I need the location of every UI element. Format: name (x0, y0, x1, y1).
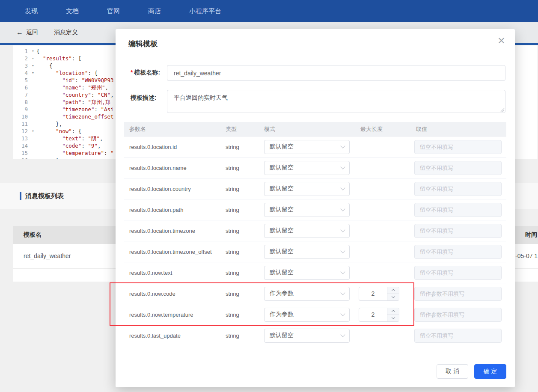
mode-select-value: 默认留空 (270, 227, 294, 235)
required-asterisk: * (131, 69, 133, 76)
close-icon[interactable]: × (497, 36, 505, 45)
param-type-cell: string (220, 312, 259, 318)
fold-spacer (30, 77, 36, 84)
nav-item[interactable]: 官网 (107, 7, 120, 15)
param-type-cell: string (220, 228, 259, 234)
value-input[interactable] (414, 308, 502, 322)
param-type-cell: string (220, 186, 259, 192)
value-input[interactable] (414, 245, 502, 259)
param-mode-cell: 默认留空 (259, 203, 355, 217)
decrement-button[interactable] (387, 294, 399, 300)
fold-icon[interactable]: ▾ (30, 48, 36, 55)
param-value-cell (411, 287, 506, 301)
mode-select-value: 默认留空 (270, 206, 294, 214)
line-number: 16 (13, 157, 30, 159)
param-name-cell: results.0.now.temperature (124, 312, 220, 318)
value-input[interactable] (414, 329, 502, 343)
param-mode-cell: 作为参数 (259, 308, 355, 322)
value-input[interactable] (414, 203, 502, 217)
param-type-cell: string (220, 165, 259, 171)
param-type-cell: string (220, 207, 259, 213)
chevron-down-icon (340, 143, 345, 148)
mode-select-value: 作为参数 (270, 311, 294, 318)
param-table-header: 参数名 类型 模式 最大长度 取值 (124, 122, 506, 137)
template-desc-textarea[interactable]: 平台返回的实时天气 (167, 90, 505, 113)
maxlen-stepper[interactable]: 2 (359, 287, 399, 301)
mode-select[interactable]: 默认留空 (264, 266, 350, 280)
mode-select[interactable]: 默认留空 (264, 182, 350, 196)
line-number: 15 (13, 149, 30, 157)
nav-item[interactable]: 发现 (25, 7, 38, 15)
fold-icon[interactable]: ▾ (30, 128, 36, 135)
param-maxlen-cell: 2 (355, 308, 411, 322)
param-mode-cell: 默认留空 (259, 161, 355, 175)
col-header-value: 取值 (411, 125, 506, 133)
nav-item[interactable]: 商店 (148, 7, 161, 15)
mode-select[interactable]: 默认留空 (264, 140, 350, 154)
fold-spacer (30, 106, 36, 113)
param-name-cell: results.0.location.country (124, 186, 220, 192)
mode-select[interactable]: 作为参数 (264, 308, 350, 322)
value-input[interactable] (414, 287, 502, 301)
template-name-cell: ret_daily_weather (24, 252, 71, 259)
chevron-down-icon (340, 332, 345, 337)
cancel-button[interactable]: 取 消 (437, 364, 468, 379)
col-header-type: 类型 (220, 125, 259, 133)
decrement-button[interactable] (387, 315, 399, 321)
mode-select[interactable]: 默认留空 (264, 203, 350, 217)
nav-item[interactable]: 小程序平台 (189, 7, 221, 15)
mode-select[interactable]: 作为参数 (264, 287, 350, 301)
param-type-cell: string (220, 291, 259, 297)
increment-button[interactable] (387, 308, 399, 315)
template-desc-label: 模板描述: (131, 94, 157, 102)
back-button[interactable]: ← 返回 (16, 29, 38, 36)
value-input[interactable] (414, 140, 502, 154)
line-number: 13 (13, 135, 30, 142)
mode-select[interactable]: 默认留空 (264, 245, 350, 259)
param-row: results.0.location.pathstring默认留空 (124, 199, 506, 220)
confirm-button[interactable]: 确 定 (474, 364, 506, 379)
mode-select[interactable]: 默认留空 (264, 224, 350, 238)
chevron-down-icon (340, 248, 345, 253)
fold-icon[interactable]: ▾ (30, 55, 36, 62)
param-value-cell (411, 224, 506, 238)
fold-spacer (30, 91, 36, 98)
section-title: 消息模板列表 (25, 192, 64, 200)
param-value-cell (411, 245, 506, 259)
line-number: 4 (13, 69, 30, 77)
template-name-input[interactable] (167, 65, 505, 81)
param-mode-cell: 默认留空 (259, 266, 355, 280)
template-desc-label-text: 模板描述: (131, 94, 157, 101)
maxlen-value: 2 (359, 308, 387, 321)
value-input[interactable] (414, 266, 502, 280)
line-number: 8 (13, 98, 30, 106)
param-row: results.0.location.countrystring默认留空 (124, 178, 506, 199)
param-name-cell: results.0.location.path (124, 207, 220, 213)
param-value-cell (411, 140, 506, 154)
param-mode-cell: 作为参数 (259, 287, 355, 301)
param-mode-cell: 默认留空 (259, 245, 355, 259)
param-row: results.0.now.textstring默认留空 (124, 262, 506, 283)
back-label: 返回 (26, 29, 38, 36)
param-name-cell: results.0.now.code (124, 291, 220, 297)
param-type-cell: string (220, 270, 259, 276)
increment-button[interactable] (387, 287, 399, 294)
fold-icon[interactable]: ▾ (30, 62, 36, 69)
fold-spacer (30, 142, 36, 149)
param-row: results.0.location.idstring默认留空 (124, 137, 506, 157)
value-input[interactable] (414, 182, 502, 196)
fold-icon[interactable]: ▾ (30, 69, 36, 77)
param-table: 参数名 类型 模式 最大长度 取值 results.0.location.ids… (124, 122, 506, 346)
param-type-cell: string (220, 249, 259, 255)
fold-spacer (30, 113, 36, 120)
nav-item[interactable]: 文档 (66, 7, 79, 15)
maxlen-stepper[interactable]: 2 (359, 308, 399, 322)
fold-spacer (30, 135, 36, 142)
mode-select[interactable]: 默认留空 (264, 161, 350, 175)
mode-select[interactable]: 默认留空 (264, 329, 350, 343)
value-input[interactable] (414, 224, 502, 238)
mode-select-value: 默认留空 (270, 185, 294, 193)
chevron-down-icon (340, 227, 345, 232)
chevron-down-icon (391, 315, 395, 319)
value-input[interactable] (414, 161, 502, 175)
